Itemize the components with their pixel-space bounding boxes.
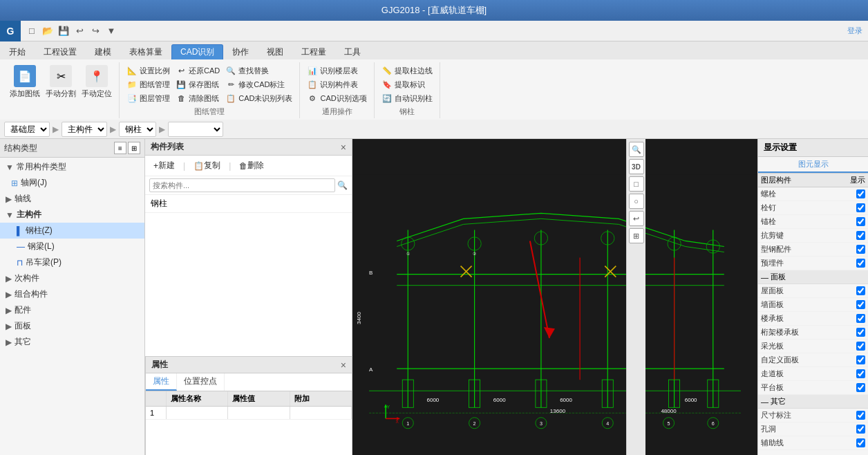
tab-view[interactable]: 视图: [258, 44, 292, 59]
manual-locate-btn[interactable]: 📍 手动定位: [79, 64, 115, 100]
shear-key-checkbox[interactable]: [856, 231, 865, 240]
comp-item-steel-col[interactable]: 钢柱: [145, 195, 352, 213]
tree-item-steel-beam[interactable]: — 钢梁(L): [0, 239, 144, 254]
embed-checkbox[interactable]: [856, 259, 865, 268]
comp-sep2: |: [229, 161, 231, 171]
tree-item-fittings[interactable]: ▶ 配件: [0, 302, 144, 318]
extract-identifier-btn[interactable]: 🔖 提取标识: [379, 77, 435, 91]
layer-mgr-btn[interactable]: 📑 图层管理: [124, 91, 173, 105]
tree-item-common[interactable]: ▼ 常用构件类型: [0, 159, 144, 175]
comp-list-close-btn[interactable]: ×: [341, 142, 346, 153]
comp-new-btn[interactable]: + 新建: [149, 158, 179, 173]
prop-tab-position[interactable]: 位置控点: [177, 373, 225, 391]
save-drawing-btn[interactable]: 💾 保存图纸: [173, 77, 223, 91]
tab-cad-recognition[interactable]: CAD识别: [171, 44, 223, 59]
orbit-btn[interactable]: ○: [629, 194, 644, 209]
drawing-mgr-btn[interactable]: 📁 图纸管理: [124, 77, 173, 91]
stud-checkbox[interactable]: [856, 203, 865, 212]
manual-split-btn[interactable]: ✂ 手动分割: [43, 64, 79, 100]
new-file-btn[interactable]: □: [25, 24, 39, 38]
extract-col-edge-btn[interactable]: 📏 提取柱边线: [379, 64, 435, 77]
custom-panel-checkbox[interactable]: [856, 355, 865, 364]
display-row-hole: 孔洞: [758, 423, 868, 436]
prop-close-btn[interactable]: ×: [341, 360, 346, 371]
common-ops-col: 📊 识别楼层表 📋 识别构件表 ⚙ CAD识别选项: [304, 64, 369, 105]
restore-cad-btn[interactable]: ↩ 还原CAD: [173, 64, 223, 77]
wall-checkbox[interactable]: [856, 300, 865, 309]
redo-btn[interactable]: ↪: [88, 24, 102, 38]
zoom-tool-btn[interactable]: 🔍: [629, 142, 644, 157]
tab-start[interactable]: 开始: [0, 44, 35, 59]
cad-drawing[interactable]: 6000 6000 6000 6000 6000 13600 48000 1 2…: [352, 139, 757, 455]
platform-checkbox[interactable]: [856, 383, 865, 392]
tree-item-main[interactable]: ▼ 主构件: [0, 207, 144, 223]
recognize-floor-table-btn[interactable]: 📊 识别楼层表: [304, 64, 369, 77]
search-icon: 🔍: [337, 180, 348, 190]
tab-tools[interactable]: 工具: [335, 44, 370, 59]
roof-checkbox[interactable]: [856, 286, 865, 295]
tab-project-settings[interactable]: 工程设置: [35, 44, 86, 59]
drawing-mgr-icon: 📁: [126, 79, 138, 90]
tree-item-panel[interactable]: ▶ 面板: [0, 318, 144, 334]
reset-view-btn[interactable]: ↩: [629, 211, 644, 226]
walkway-checkbox[interactable]: [856, 369, 865, 378]
wall-label: 墙面板: [761, 299, 856, 310]
truss-floor-checkbox[interactable]: [856, 328, 865, 337]
tab-modeling[interactable]: 建模: [86, 44, 120, 59]
section-other-collapse[interactable]: —: [761, 398, 768, 406]
tree-item-axis[interactable]: ▶ 轴线: [0, 191, 144, 207]
section-panel-collapse[interactable]: —: [761, 273, 768, 281]
steel-fitting-checkbox[interactable]: [856, 245, 865, 254]
clear-drawing-btn[interactable]: 🗑 清除图纸: [173, 91, 223, 105]
sub-type-select[interactable]: [168, 122, 223, 137]
tree-item-composite[interactable]: ▶ 组合构件: [0, 286, 144, 302]
layer-select[interactable]: 基础层: [4, 122, 50, 137]
dimension-checkbox[interactable]: [856, 411, 865, 420]
prop-tab-attributes[interactable]: 属性: [146, 373, 177, 391]
tree-item-axis-grid[interactable]: ⊞ 轴网(J): [0, 175, 144, 191]
more-btn[interactable]: ▼: [104, 24, 118, 38]
component-type-select[interactable]: 钢柱: [119, 122, 156, 137]
login-button[interactable]: 登录: [847, 26, 862, 36]
recognize-component-table-btn[interactable]: 📋 识别构件表: [304, 77, 369, 91]
comp-copy-btn[interactable]: 📋 复制: [189, 158, 225, 173]
grid-view-btn[interactable]: ⊞: [629, 228, 644, 243]
undo-btn[interactable]: ↩: [73, 24, 86, 38]
steel-beam-label: 钢梁(L): [28, 241, 55, 252]
guideline-checkbox[interactable]: [856, 438, 865, 447]
tab-quantities[interactable]: 工程量: [292, 44, 335, 59]
cad-unrecognized-btn[interactable]: 📋 CAD未识别列表: [223, 91, 295, 105]
cad-recognition-options-btn[interactable]: ⚙ CAD识别选项: [304, 91, 369, 105]
find-replace-icon: 🔍: [225, 65, 236, 76]
set-scale-btn[interactable]: 📐 设置比例: [124, 64, 173, 77]
floor-checkbox[interactable]: [856, 314, 865, 323]
anchor-checkbox[interactable]: [856, 217, 865, 226]
comp-search-input[interactable]: [149, 178, 335, 192]
tree-item-other[interactable]: ▶ 其它: [0, 334, 144, 350]
3d-view-btn[interactable]: 3D: [629, 159, 644, 174]
save-btn[interactable]: 💾: [57, 24, 70, 38]
add-drawing-btn[interactable]: 📄 添加图纸: [7, 64, 43, 100]
tree-item-secondary[interactable]: ▶ 次构件: [0, 270, 144, 286]
drawing-mgr-content: 📐 设置比例 📁 图纸管理 📑 图层管理 ↩ 还原CAD 💾: [124, 64, 295, 105]
tree-item-crane-beam[interactable]: ⊓ 吊车梁(P): [0, 254, 144, 270]
select-rect-btn[interactable]: □: [629, 176, 644, 192]
open-file-btn[interactable]: 📂: [41, 24, 55, 38]
tab-table-calc[interactable]: 表格算量: [120, 44, 171, 59]
display-list: 螺栓 栓钉 锚栓 抗剪键 型钢配件 预埋件: [758, 187, 868, 455]
comp-delete-btn[interactable]: 🗑 删除: [235, 158, 268, 173]
hole-checkbox[interactable]: [856, 425, 865, 434]
tree-list-view-btn[interactable]: ≡: [114, 142, 126, 154]
svg-text:13600: 13600: [550, 408, 566, 414]
skylight-checkbox[interactable]: [856, 342, 865, 351]
find-replace-btn[interactable]: 🔍 查找替换: [223, 64, 295, 77]
tree-item-steel-col[interactable]: ▌ 钢柱(Z): [0, 223, 144, 239]
tab-collaboration[interactable]: 协作: [223, 44, 258, 59]
modify-cad-label-btn[interactable]: ✏ 修改CAD标注: [223, 77, 295, 91]
bolt-checkbox[interactable]: [856, 189, 865, 198]
tree-grid-view-btn[interactable]: ⊞: [128, 142, 140, 154]
section-panel-label: 面板: [771, 272, 786, 282]
auto-recognize-col-btn[interactable]: 🔄 自动识别柱: [379, 91, 435, 105]
display-tab-element[interactable]: 图元显示: [758, 157, 868, 173]
main-component-select[interactable]: 主构件: [62, 122, 107, 137]
